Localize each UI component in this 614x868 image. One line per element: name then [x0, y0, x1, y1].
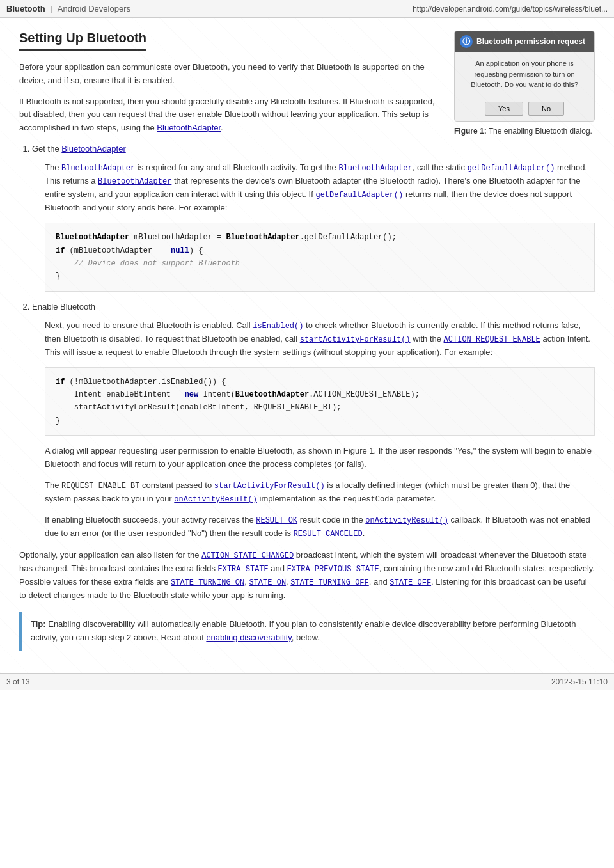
step2-onactivity-link[interactable]: onActivityResult()	[174, 495, 257, 504]
step2-startactivity-link2[interactable]: startActivityForResult()	[214, 482, 325, 491]
requestcode-code: requestCode	[343, 495, 393, 504]
state-on-link[interactable]: STATE_ON	[249, 578, 286, 587]
main-content: Setting Up Bluetooth ⓘ Bluetooth permiss…	[0, 18, 614, 673]
tip-end: , below.	[292, 633, 320, 642]
figure-caption-bold: Figure 1:	[454, 127, 487, 136]
step1-bluetoothadapter-link[interactable]: BluetoothAdapter	[61, 144, 125, 154]
bottom-bar: 3 of 13 2012-5-15 11:10	[0, 673, 614, 690]
step-1: Get the BluetoothAdapter The BluetoothAd…	[32, 143, 595, 292]
dialog-no-button[interactable]: No	[528, 102, 564, 116]
result-ok-link[interactable]: RESULT_OK	[256, 516, 297, 525]
dialog-title: Bluetooth permission request	[476, 37, 585, 46]
step-2-header: Enable Bluetooth	[32, 301, 595, 314]
dialog-header: ⓘ Bluetooth permission request	[455, 31, 594, 52]
dialog-body: An application on your phone is requesti…	[455, 52, 594, 97]
step1-link3[interactable]: getDefaultAdapter()	[468, 164, 555, 173]
extra-state-link[interactable]: EXTRA_STATE	[218, 565, 269, 574]
step-1-p1: The BluetoothAdapter is required for any…	[45, 161, 595, 215]
tab-title: Bluetooth	[6, 4, 45, 13]
dialog-yes-button[interactable]: Yes	[485, 102, 523, 116]
step-1-header: Get the BluetoothAdapter	[32, 143, 595, 156]
intro-p2-text: If Bluetooth is not supported, then you …	[19, 97, 435, 133]
step2-action-link[interactable]: ACTION_REQUEST_ENABLE	[444, 335, 540, 344]
separator: |	[51, 4, 52, 13]
request-enable-bt-code: REQUEST_ENABLE_BT	[61, 482, 139, 491]
step-2-code: if (!mBluetoothAdapter.isEnabled()) { In…	[45, 367, 595, 436]
bluetooth-adapter-link-intro[interactable]: BluetoothAdapter	[157, 123, 221, 132]
action-state-changed-link[interactable]: ACTION_STATE_CHANGED	[201, 551, 294, 560]
step-2: Enable Bluetooth Next, you need to ensur…	[32, 301, 595, 541]
figure-caption-text: The enabling Bluetooth dialog.	[487, 127, 592, 136]
step1-link4[interactable]: BluetoothAdapter	[98, 177, 171, 186]
step2-startactivity-link[interactable]: startActivityForResult()	[300, 335, 411, 344]
step-2-after-p2: The REQUEST_ENABLE_BT constant passed to…	[45, 479, 595, 506]
dialog-buttons: Yes No	[455, 97, 594, 121]
result-canceled-link[interactable]: RESULT_CANCELED	[294, 530, 363, 539]
state-turning-on-link[interactable]: STATE_TURNING_ON	[171, 578, 244, 587]
steps-list: Get the BluetoothAdapter The BluetoothAd…	[32, 143, 595, 541]
top-bar: Bluetooth | Android Developers http://de…	[0, 0, 614, 18]
datetime: 2012-5-15 11:10	[551, 677, 608, 686]
step1-link1[interactable]: BluetoothAdapter	[61, 164, 135, 173]
figure-container: ⓘ Bluetooth permission request An applic…	[454, 31, 595, 136]
step1-link2[interactable]: BluetoothAdapter	[338, 164, 412, 173]
step-1-code: BluetoothAdapter mBluetoothAdapter = Blu…	[45, 223, 595, 292]
tip-box: Tip: Enabling discoverability will autom…	[19, 612, 595, 651]
page-info: 3 of 13	[6, 677, 30, 686]
broadcast-p: Optionally, your application can also li…	[19, 549, 595, 603]
tip-text: Tip: Enabling discoverability will autom…	[31, 618, 586, 645]
url-display: http://developer.android.com/guide/topic…	[413, 4, 608, 13]
step1-link5[interactable]: getDefaultAdapter()	[315, 191, 403, 200]
state-turning-off-link[interactable]: STATE_TURNING_OFF	[290, 578, 368, 587]
step-2-after-p3: If enabling Bluetooth succeeds, your act…	[45, 514, 595, 541]
state-off-link[interactable]: STATE_OFF	[390, 578, 431, 587]
enabling-discoverability-link[interactable]: enabling discoverability	[206, 633, 291, 642]
step-1-body: The BluetoothAdapter is required for any…	[32, 161, 595, 292]
step-2-p1: Next, you need to ensure that Bluetooth …	[45, 319, 595, 359]
onactivity-result-link[interactable]: onActivityResult()	[365, 516, 448, 525]
intro-p2-end: .	[221, 123, 223, 132]
extra-previous-state-link[interactable]: EXTRA_PREVIOUS_STATE	[287, 565, 379, 574]
bluetooth-icon: ⓘ	[460, 35, 473, 48]
step-2-after-p1: A dialog will appear requesting user per…	[45, 445, 595, 471]
tip-bold: Tip:	[31, 619, 46, 629]
figure-image: ⓘ Bluetooth permission request An applic…	[454, 31, 595, 122]
step2-isenabled-link[interactable]: isEnabled()	[253, 322, 303, 331]
figure-caption: Figure 1: The enabling Bluetooth dialog.	[454, 127, 595, 136]
page-title: Setting Up Bluetooth	[19, 31, 146, 51]
step-2-body: Next, you need to ensure that Bluetooth …	[32, 319, 595, 541]
tab-subtitle: Android Developers	[58, 4, 130, 13]
top-bar-left: Bluetooth | Android Developers	[6, 4, 130, 13]
